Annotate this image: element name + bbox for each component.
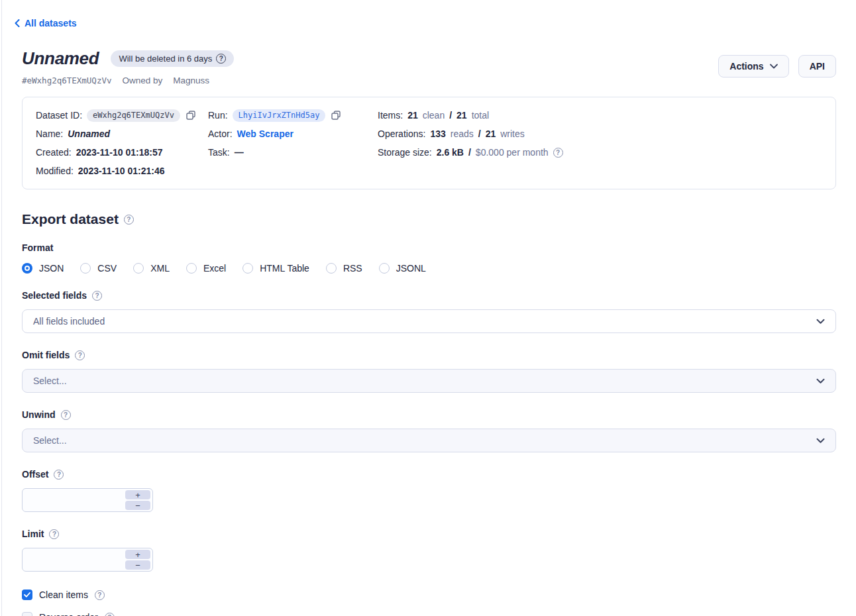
storage-label: Storage size:	[378, 147, 432, 158]
modified-value: 2023-11-10 01:21:46	[78, 166, 165, 176]
limit-label-text: Limit	[22, 529, 44, 539]
omit-fields-label: Omit fields ?	[22, 350, 836, 360]
format-option-label: HTML Table	[260, 263, 309, 274]
help-icon[interactable]: ?	[216, 54, 226, 64]
writes-word: writes	[500, 128, 525, 139]
dataset-detail-page: All datasets Unnamed Will be deleted in …	[0, 0, 856, 616]
chevron-down-icon	[816, 319, 825, 325]
actor-row: Actor: Web Scraper	[208, 125, 378, 143]
dataset-hash: #eWxhg2q6TEXmUQzVv	[22, 76, 111, 85]
selected-fields-label: Selected fields ?	[22, 290, 836, 301]
items-total-count: 21	[456, 110, 467, 121]
unwind-label-text: Unwind	[22, 409, 56, 420]
items-label: Items:	[378, 110, 403, 121]
api-button[interactable]: API	[798, 55, 836, 77]
name-value: Unnamed	[68, 128, 110, 139]
actor-link[interactable]: Web Scraper	[237, 128, 294, 139]
reverse-order-checkbox[interactable]	[22, 612, 32, 616]
unwind-label: Unwind ?	[22, 409, 836, 420]
unwind-dropdown[interactable]: Select...	[22, 429, 836, 452]
info-column-2: Run: LhyiIvJrxZTnHd5ay Actor: Web Scrape…	[208, 106, 378, 180]
unwind-help-icon[interactable]: ?	[61, 410, 71, 420]
actor-label: Actor:	[208, 128, 233, 139]
api-button-label: API	[810, 61, 825, 72]
dataset-id-value: eWxhg2q6TEXmUQzVv	[87, 109, 180, 122]
reverse-order-help-icon[interactable]: ?	[105, 613, 115, 616]
export-section-heading: Export dataset ?	[22, 211, 836, 227]
actions-button-label: Actions	[729, 61, 763, 72]
chevron-down-icon	[816, 438, 825, 444]
omit-fields-dropdown[interactable]: Select...	[22, 369, 836, 393]
offset-help-icon[interactable]: ?	[54, 470, 64, 480]
name-row: Name: Unnamed	[36, 125, 208, 143]
format-radio-html-table[interactable]: HTML Table	[242, 263, 309, 274]
run-id-link[interactable]: LhyiIvJrxZTnHd5ay	[233, 109, 326, 122]
actions-button[interactable]: Actions	[718, 55, 788, 77]
run-label: Run:	[208, 110, 228, 121]
chevron-left-icon	[15, 19, 20, 27]
format-radio-csv[interactable]: CSV	[80, 263, 117, 274]
modified-label: Modified:	[36, 166, 74, 176]
chevron-down-icon	[770, 64, 778, 69]
reverse-order-label: Reverse order	[39, 612, 98, 616]
limit-decrement-button[interactable]: −	[125, 560, 150, 570]
reads-count: 133	[430, 128, 445, 139]
selected-fields-dropdown[interactable]: All fields included	[22, 309, 836, 333]
back-to-all-datasets-link[interactable]: All datasets	[15, 18, 77, 28]
created-row: Created: 2023-11-10 01:18:57	[36, 143, 208, 162]
format-radio-rss[interactable]: RSS	[326, 263, 362, 274]
storage-cost-value: $0.000 per month	[476, 147, 549, 158]
clean-items-label: Clean items	[39, 590, 88, 600]
deletion-badge: Will be deleted in 6 days ?	[111, 50, 234, 67]
items-clean-word: clean	[423, 110, 445, 121]
clean-items-help-icon[interactable]: ?	[95, 590, 105, 600]
format-radio-group: JSON CSV XML Excel HTML Table RSS JSONL	[22, 263, 836, 274]
reverse-order-row: Reverse order ?	[22, 612, 836, 616]
export-help-icon[interactable]: ?	[124, 215, 134, 225]
limit-input[interactable]	[0, 550, 124, 570]
copy-run-id-button[interactable]	[331, 111, 341, 120]
format-radio-xml[interactable]: XML	[133, 263, 170, 274]
dataset-id-label: Dataset ID:	[36, 110, 82, 121]
radio-selected-icon	[22, 263, 32, 274]
format-radio-jsonl[interactable]: JSONL	[379, 263, 426, 274]
limit-input-wrapper: + −	[22, 548, 153, 572]
limit-stepper: + −	[125, 550, 150, 570]
storage-size-value: 2.6 kB	[437, 147, 464, 158]
radio-icon	[379, 263, 390, 274]
format-radio-json[interactable]: JSON	[22, 263, 64, 274]
items-clean-count: 21	[407, 110, 418, 121]
operations-row: Operations: 133 reads / 21 writes	[378, 125, 822, 143]
offset-increment-button[interactable]: +	[125, 490, 150, 499]
copy-icon	[331, 111, 341, 120]
items-separator: /	[449, 110, 452, 121]
format-radio-excel[interactable]: Excel	[186, 263, 226, 274]
radio-icon	[80, 263, 91, 274]
export-heading-text: Export dataset	[22, 211, 119, 227]
omit-fields-label-text: Omit fields	[22, 350, 70, 360]
storage-help-icon[interactable]: ?	[553, 148, 563, 158]
info-column-3: Items: 21 clean / 21 total Operations: 1…	[378, 106, 822, 180]
format-option-label: JSONL	[396, 263, 426, 274]
offset-decrement-button[interactable]: −	[125, 501, 150, 510]
selected-fields-help-icon[interactable]: ?	[92, 291, 102, 301]
clean-items-checkbox[interactable]	[22, 590, 32, 600]
format-option-label: Excel	[203, 263, 226, 274]
task-value: —	[235, 147, 244, 158]
format-option-label: CSV	[97, 263, 117, 274]
radio-icon	[242, 263, 253, 274]
operations-separator: /	[478, 128, 481, 139]
offset-input[interactable]	[0, 490, 124, 510]
omit-fields-help-icon[interactable]: ?	[75, 350, 85, 360]
copy-dataset-id-button[interactable]	[186, 111, 195, 120]
copy-icon	[186, 111, 195, 120]
limit-label: Limit ?	[22, 529, 836, 539]
run-row: Run: LhyiIvJrxZTnHd5ay	[208, 106, 378, 125]
title-block: Unnamed Will be deleted in 6 days ? #eWx…	[22, 48, 234, 85]
storage-separator: /	[468, 147, 471, 158]
check-icon	[24, 592, 30, 597]
limit-help-icon[interactable]: ?	[49, 529, 59, 539]
limit-increment-button[interactable]: +	[125, 550, 150, 559]
clean-items-row: Clean items ?	[22, 590, 836, 600]
storage-row: Storage size: 2.6 kB / $0.000 per month …	[378, 143, 822, 162]
